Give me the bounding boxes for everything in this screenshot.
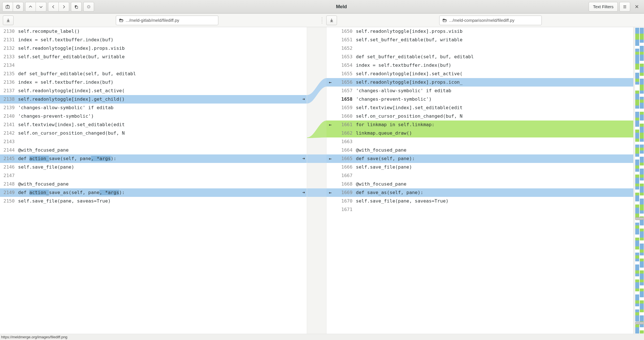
code-line[interactable]: 2146 self.save_file(pane) xyxy=(0,163,307,171)
merge-right-arrow[interactable] xyxy=(301,87,307,95)
merge-left-arrow[interactable] xyxy=(327,171,332,180)
code-line[interactable]: 2135 def set_buffer_editable(self, buf, … xyxy=(0,70,307,78)
code-line[interactable]: 1668 @with_focused_pane xyxy=(327,180,633,188)
merge-right-arrow[interactable] xyxy=(301,180,307,188)
code-line[interactable]: 1670 self.save_file(pane, saveas=True) xyxy=(327,197,633,205)
merge-left-arrow[interactable] xyxy=(327,36,332,44)
merge-right-arrow[interactable] xyxy=(301,27,307,36)
save-right-button[interactable] xyxy=(326,16,337,25)
code-line[interactable]: 2130 self.recompute_label() xyxy=(0,27,307,36)
code-line[interactable]: 1657 'changes-allow-symbolic' if editab xyxy=(327,87,633,95)
merge-left-arrow[interactable] xyxy=(327,44,332,53)
merge-left-arrow[interactable] xyxy=(327,137,332,146)
merge-left-arrow[interactable] xyxy=(327,197,332,205)
code-line[interactable]: 1664 @with_focused_pane xyxy=(327,146,633,154)
merge-left-arrow[interactable]: ← xyxy=(327,188,332,197)
merge-right-arrow[interactable]: ➜ xyxy=(301,154,307,163)
code-line[interactable]: ←1661 for linkmap in self.linkmap: xyxy=(327,120,633,129)
code-line[interactable]: 2132 self.readonlytoggle[index].props.vi… xyxy=(0,44,307,53)
code-line[interactable]: 2150 self.save_file(pane, saveas=True) xyxy=(0,197,307,205)
merge-right-arrow[interactable] xyxy=(301,61,307,70)
text-filters-button[interactable]: Text Filters xyxy=(589,2,618,12)
merge-right-arrow[interactable] xyxy=(301,146,307,154)
code-line[interactable]: 2139 'changes-allow-symbolic' if editab xyxy=(0,104,307,112)
code-line[interactable]: 2142 self.on_cursor_position_changed(buf… xyxy=(0,129,307,137)
merge-right-arrow[interactable] xyxy=(301,137,307,146)
prev-change-button[interactable] xyxy=(25,2,36,12)
merge-right-arrow[interactable] xyxy=(301,70,307,78)
code-line[interactable]: 2149 def action_save_as(self, pane, *arg… xyxy=(0,188,307,197)
code-line[interactable]: 1654 index = self.textbuffer.index(buf) xyxy=(327,61,633,70)
code-line[interactable]: 2134 xyxy=(0,61,307,70)
code-line[interactable]: 1653 def set_buffer_editable(self, buf, … xyxy=(327,53,633,61)
code-line[interactable]: 1662 linkmap.queue_draw() xyxy=(327,129,633,137)
overview-strip-left[interactable] xyxy=(635,27,639,334)
code-line[interactable]: 2136 index = self.textbuffer.index(buf) xyxy=(0,78,307,87)
merge-left-arrow[interactable] xyxy=(327,180,332,188)
merge-left-arrow[interactable] xyxy=(327,146,332,154)
save-left-button[interactable] xyxy=(3,16,14,25)
nav-back-button[interactable] xyxy=(48,2,59,12)
merge-right-arrow[interactable] xyxy=(301,53,307,61)
overview-strip-right[interactable] xyxy=(639,27,644,334)
merge-right-arrow[interactable] xyxy=(301,104,307,112)
right-file-chooser[interactable]: .../meld-comparison/meld/filediff.py xyxy=(439,16,542,25)
recent-button[interactable] xyxy=(13,2,23,12)
code-line[interactable]: 1660 self.on_cursor_position_changed(buf… xyxy=(327,112,633,120)
merge-left-arrow[interactable] xyxy=(327,61,332,70)
merge-right-arrow[interactable] xyxy=(301,44,307,53)
left-pane[interactable]: 2130 self.recompute_label()2131 index = … xyxy=(0,27,307,334)
window-close-button[interactable]: ✕ xyxy=(632,4,642,10)
link-map[interactable] xyxy=(307,27,327,334)
code-line[interactable]: 1650 self.readonlytoggle[index].props.vi… xyxy=(327,27,633,36)
code-line[interactable]: 1667 xyxy=(327,171,633,180)
code-line[interactable]: 2148 @with_focused_pane xyxy=(0,180,307,188)
overview-thumb[interactable] xyxy=(635,217,644,220)
code-line[interactable]: 2147 xyxy=(0,171,307,180)
merge-right-arrow[interactable] xyxy=(301,129,307,137)
code-line[interactable]: 2137 self.readonlytoggle[index].set_acti… xyxy=(0,87,307,95)
merge-left-arrow[interactable] xyxy=(327,87,332,95)
right-pane[interactable]: 1650 self.readonlytoggle[index].props.vi… xyxy=(327,27,633,334)
merge-left-arrow[interactable]: ← xyxy=(327,154,332,163)
code-line[interactable]: 2144 @with_focused_pane xyxy=(0,146,307,154)
code-line[interactable]: 1651 self.set_buffer_editable(buf, writa… xyxy=(327,36,633,44)
left-file-chooser[interactable]: .../meld-gitlab/meld/filediff.py xyxy=(116,16,219,25)
code-line[interactable]: 1652 xyxy=(327,44,633,53)
code-line[interactable]: 1658 'changes-prevent-symbolic') xyxy=(327,95,633,104)
merge-left-arrow[interactable] xyxy=(327,95,332,104)
merge-left-arrow[interactable] xyxy=(327,112,332,120)
merge-right-arrow[interactable] xyxy=(301,120,307,129)
code-line[interactable]: 1659 self.textview[index].set_editable(e… xyxy=(327,104,633,112)
code-line[interactable]: ←1669 def save_as(self, pane): xyxy=(327,188,633,197)
code-line[interactable]: ←1665 def save(self, pane): xyxy=(327,154,633,163)
code-line[interactable]: 1655 self.readonlytoggle[index].set_acti… xyxy=(327,70,633,78)
code-line[interactable]: 2131 index = self.textbuffer.index(buf) xyxy=(0,36,307,44)
merge-left-arrow[interactable] xyxy=(327,205,332,214)
merge-right-arrow[interactable] xyxy=(301,112,307,120)
code-line[interactable]: 1671 xyxy=(327,205,633,214)
pane-splitter-handle[interactable] xyxy=(321,15,323,26)
merge-right-arrow[interactable] xyxy=(301,171,307,180)
merge-right-arrow[interactable] xyxy=(301,163,307,171)
merge-right-arrow[interactable] xyxy=(301,197,307,205)
merge-left-arrow[interactable] xyxy=(327,53,332,61)
merge-left-arrow[interactable]: ← xyxy=(327,120,332,129)
stop-button[interactable] xyxy=(83,2,94,12)
merge-right-arrow[interactable]: ➜ xyxy=(301,188,307,197)
new-comparison-button[interactable] xyxy=(2,2,13,12)
code-line[interactable]: 1663 xyxy=(327,137,633,146)
next-change-button[interactable] xyxy=(36,2,46,12)
code-line[interactable]: 1666 self.save_file(pane) xyxy=(327,163,633,171)
code-line[interactable]: 2140 'changes-prevent-symbolic') xyxy=(0,112,307,120)
hamburger-menu-button[interactable] xyxy=(619,2,630,12)
merge-left-arrow[interactable] xyxy=(327,104,332,112)
merge-left-arrow[interactable] xyxy=(327,129,332,137)
merge-right-arrow[interactable]: ➜ xyxy=(301,95,307,104)
merge-left-arrow[interactable] xyxy=(327,163,332,171)
overview-thumb[interactable] xyxy=(635,322,644,324)
code-line[interactable]: 2145 def action_save(self, pane, *args):… xyxy=(0,154,307,163)
nav-forward-button[interactable] xyxy=(58,2,69,12)
merge-left-arrow[interactable] xyxy=(327,70,332,78)
copy-button[interactable] xyxy=(71,2,82,12)
